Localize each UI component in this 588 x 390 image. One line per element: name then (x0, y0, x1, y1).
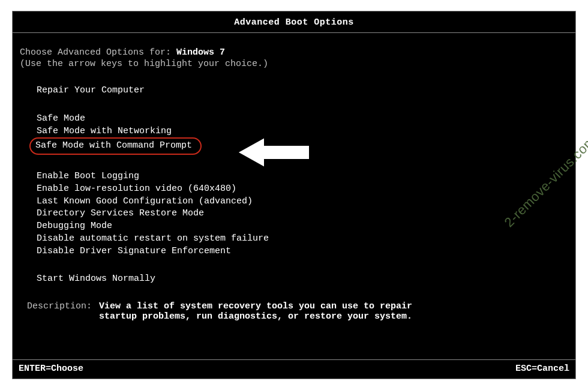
menu-item-start-normally[interactable]: Start Windows Normally (34, 273, 158, 286)
menu-item-disable-auto-restart[interactable]: Disable automatic restart on system fail… (34, 233, 271, 245)
menu-item-directory-services-restore[interactable]: Directory Services Restore Mode (34, 208, 206, 220)
description-text: View a list of system recovery tools you… (99, 301, 435, 322)
menu-item-debugging-mode[interactable]: Debugging Mode (34, 220, 115, 233)
arrow-icon (235, 134, 313, 170)
menu-group-normal: Start Windows Normally (34, 273, 568, 286)
choose-prompt: Choose Advanced Options for: Windows 7 (20, 47, 568, 58)
boot-menu[interactable]: Repair Your Computer Safe Mode Safe Mode… (20, 85, 568, 286)
footer-bar: ENTER=Choose ESC=Cancel (13, 359, 575, 379)
annotation-arrow (235, 134, 313, 170)
content-area: Choose Advanced Options for: Windows 7 (… (13, 33, 575, 322)
menu-group-advanced: Enable Boot Logging Enable low-resolutio… (34, 170, 568, 257)
menu-group-repair: Repair Your Computer (34, 85, 568, 97)
menu-item-repair[interactable]: Repair Your Computer (34, 85, 147, 97)
screen-title: Advanced Boot Options (13, 11, 575, 33)
menu-item-low-res-video[interactable]: Enable low-resolution video (640x480) (34, 183, 239, 196)
description-label: Description: (27, 301, 99, 322)
menu-item-last-known-good[interactable]: Last Known Good Configuration (advanced) (34, 196, 255, 208)
arrow-keys-hint: (Use the arrow keys to highlight your ch… (20, 59, 568, 69)
footer-esc-hint: ESC=Cancel (515, 364, 569, 374)
menu-item-disable-driver-signature[interactable]: Disable Driver Signature Enforcement (34, 245, 233, 258)
menu-item-safe-mode[interactable]: Safe Mode (34, 113, 88, 125)
menu-item-safe-mode-command-prompt[interactable]: Safe Mode with Command Prompt (29, 137, 202, 155)
menu-item-safe-mode-networking[interactable]: Safe Mode with Networking (34, 125, 174, 138)
footer-enter-hint: ENTER=Choose (19, 364, 83, 374)
os-name: Windows 7 (176, 47, 225, 58)
boot-options-screen: Advanced Boot Options Choose Advanced Op… (12, 11, 576, 379)
prompt-prefix: Choose Advanced Options for: (20, 47, 176, 58)
description-section: Description: View a list of system recov… (20, 301, 568, 322)
menu-item-boot-logging[interactable]: Enable Boot Logging (34, 170, 142, 183)
